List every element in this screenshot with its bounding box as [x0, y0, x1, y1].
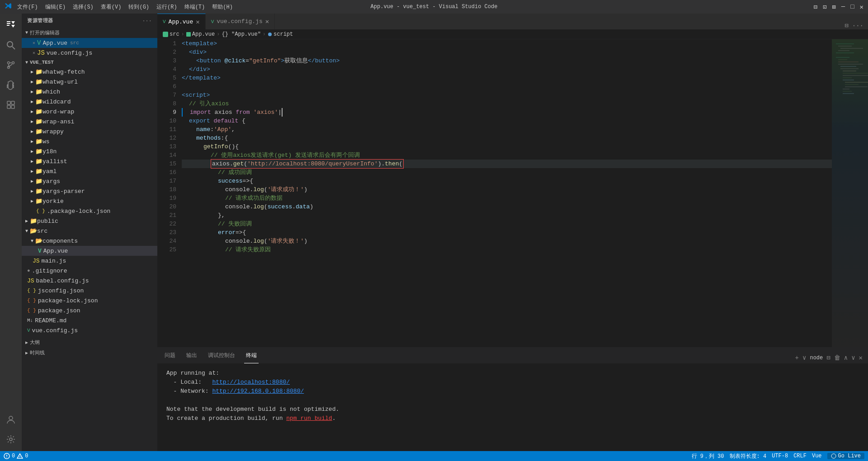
status-language[interactable]: Vue	[812, 453, 822, 459]
menu-goto[interactable]: 转到(G)	[128, 3, 149, 11]
open-file-vue-config[interactable]: ✕ JS vue.config.js	[22, 48, 157, 58]
menu-file[interactable]: 文件(F)	[17, 3, 38, 11]
folder-yaml[interactable]: ▶ 📁 yaml	[22, 166, 157, 176]
menu-select[interactable]: 选择(S)	[73, 3, 94, 11]
json-icon-jsconfig: { }	[27, 288, 36, 293]
folder-components[interactable]: ▼ 📂 components	[22, 236, 157, 246]
outline-section[interactable]: ▶ 大纲	[22, 337, 157, 348]
menu-edit[interactable]: 编辑(E)	[45, 3, 66, 11]
file-app-vue[interactable]: V App.vue	[22, 246, 157, 256]
folder-y18n[interactable]: ▶ 📁 y18n	[22, 146, 157, 156]
panel-close-icon[interactable]: ✕	[859, 354, 863, 362]
open-editors-section[interactable]: ▼ 打开的编辑器	[22, 28, 157, 38]
vue-icon-app: V	[38, 248, 42, 254]
folder-public[interactable]: ▶ 📁 public	[22, 216, 157, 226]
folder-yargs[interactable]: ▶ 📁 yargs	[22, 176, 157, 186]
file-vue-config[interactable]: V vue.config.js	[22, 325, 157, 335]
file-main-js[interactable]: JS main.js	[22, 256, 157, 266]
panel-tab-terminal[interactable]: 终端	[244, 348, 259, 363]
code-editor[interactable]: 1 2 3 4 5 6 7 8 9 10 11 12 13 14 15 16 1	[157, 39, 868, 347]
close-file2-icon[interactable]: ✕	[33, 50, 35, 56]
network-url-link[interactable]: http://192.168.0.108:8080/	[212, 388, 304, 395]
activity-explorer[interactable]	[3, 17, 19, 33]
panel-expand-icon[interactable]: ∧	[844, 354, 848, 362]
file-gitignore[interactable]: ● .gitignore	[22, 266, 157, 276]
split-editor-icon[interactable]: ⊟	[844, 22, 848, 29]
status-spaces[interactable]: 制表符长度: 4	[730, 452, 767, 460]
folder-wrap-ansi[interactable]: ▶ 📁 wrap-ansi	[22, 117, 157, 127]
svg-rect-23	[840, 66, 856, 67]
folder-ws[interactable]: ▶ 📁 ws	[22, 136, 157, 146]
window-layout-icon[interactable]: ⊟	[813, 3, 817, 11]
file-readme[interactable]: M↓ README.md	[22, 315, 157, 325]
file-package-lock[interactable]: { } .package-lock.json	[22, 206, 157, 216]
activity-git[interactable]	[3, 57, 19, 73]
status-live-server[interactable]: Go Live	[827, 453, 864, 459]
more-actions-icon[interactable]: ···	[852, 22, 863, 29]
breadcrumb-script[interactable]: script	[268, 31, 293, 38]
tab-close-app-vue[interactable]: ✕	[196, 18, 199, 26]
timeline-section[interactable]: ▶ 时间线	[22, 348, 157, 358]
menu-view[interactable]: 查看(V)	[101, 3, 122, 11]
folder-yargs-parser[interactable]: ▶ 📁 yargs-parser	[22, 186, 157, 196]
status-errors[interactable]: 0 0	[4, 453, 28, 459]
project-section[interactable]: ▼ VUE_TEST	[22, 58, 157, 67]
activity-debug[interactable]	[3, 77, 19, 93]
panel-tab-problems[interactable]: 问题	[163, 348, 177, 363]
window-controls[interactable]: ⊟ ⊡ ⊞ ─ □ ✕	[813, 3, 863, 11]
spaces-label: 制表符长度: 4	[730, 452, 767, 460]
activity-search[interactable]	[3, 37, 19, 53]
file-jsconfig[interactable]: { } jsconfig.json	[22, 286, 157, 296]
code-line-10: export default {	[182, 117, 832, 125]
folder-word-wrap[interactable]: ▶ 📁 word-wrap	[22, 107, 157, 117]
npm-run-build-link[interactable]: npm run build	[286, 415, 332, 422]
file-package-json[interactable]: { } package.json	[22, 306, 157, 315]
folder-which[interactable]: ▶ 📁 which	[22, 87, 157, 97]
minimap	[832, 39, 868, 347]
code-content[interactable]: <template> <div> <button @click="getInfo…	[180, 39, 832, 347]
status-encoding[interactable]: UTF-8	[772, 453, 788, 459]
window-layout2-icon[interactable]: ⊡	[823, 3, 826, 11]
file-babel-config[interactable]: JS babel.config.js	[22, 276, 157, 286]
breadcrumb-obj[interactable]: {} "App.vue"	[222, 31, 260, 38]
folder-wrappy[interactable]: ▶ 📁 wrappy	[22, 127, 157, 136]
sidebar-options-button[interactable]: ···	[142, 18, 152, 24]
maximize-button[interactable]: □	[850, 3, 854, 11]
file-package-lock-root[interactable]: { } package-lock.json	[22, 296, 157, 306]
panel-split-icon[interactable]: ⊟	[826, 354, 830, 362]
status-position[interactable]: 行 9，列 30	[692, 452, 724, 460]
menu-terminal[interactable]: 终端(T)	[184, 3, 205, 11]
folder-yallist[interactable]: ▶ 📁 yallist	[22, 156, 157, 166]
breadcrumb-appvue[interactable]: App.vue	[186, 31, 215, 38]
panel-tab-output[interactable]: 输出	[184, 348, 199, 363]
tab-close-vue-config[interactable]: ✕	[265, 18, 269, 25]
local-url-link[interactable]: http://localhost:8080/	[212, 379, 290, 386]
activity-settings[interactable]	[3, 431, 19, 447]
folder-whatwg-fetch[interactable]: ▶ 📁 whatwg-fetch	[22, 67, 157, 77]
menu-help[interactable]: 帮助(H)	[212, 3, 233, 11]
window-layout3-icon[interactable]: ⊞	[832, 3, 835, 11]
status-line-ending[interactable]: CRLF	[793, 453, 807, 459]
panel-chevron-down-icon[interactable]: ∨	[802, 354, 806, 362]
folder-whatwg-url[interactable]: ▶ 📁 whatwg-url	[22, 77, 157, 87]
close-file-icon[interactable]: ✕	[33, 40, 35, 46]
breadcrumb-src[interactable]: src	[163, 31, 179, 38]
menu-run[interactable]: 运行(R)	[156, 3, 177, 11]
tab-app-vue[interactable]: V App.vue ✕	[157, 14, 206, 29]
title-bar-menu[interactable]: 文件(F) 编辑(E) 选择(S) 查看(V) 转到(G) 运行(R) 终端(T…	[17, 3, 233, 11]
tab-vue-config[interactable]: V vue.config.js ✕	[206, 14, 275, 29]
minimize-button[interactable]: ─	[841, 3, 845, 11]
close-button[interactable]: ✕	[860, 3, 863, 11]
folder-yorkie[interactable]: ▶ 📁 yorkie	[22, 196, 157, 206]
panel-collapse-icon[interactable]: ∨	[851, 354, 855, 362]
activity-account[interactable]	[3, 411, 19, 428]
svg-rect-22	[838, 64, 863, 65]
open-file-app-vue[interactable]: ✕ V App.vue src	[22, 38, 157, 48]
code-line-20: console.log(success.data)	[182, 202, 832, 211]
folder-wildcard[interactable]: ▶ 📁 wildcard	[22, 97, 157, 107]
activity-extensions[interactable]	[3, 97, 19, 113]
panel-tab-debug[interactable]: 调试控制台	[206, 348, 237, 363]
folder-src[interactable]: ▼ 📂 src	[22, 226, 157, 236]
panel-add-icon[interactable]: +	[795, 354, 799, 362]
panel-trash-icon[interactable]: 🗑	[834, 354, 840, 362]
